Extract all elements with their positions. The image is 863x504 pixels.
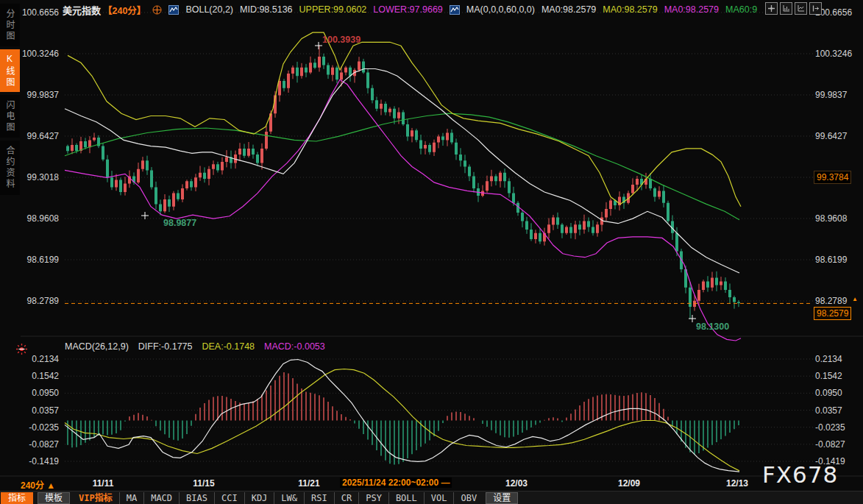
chart-tool-buttons	[765, 2, 822, 15]
pan-tool-icon[interactable]	[765, 2, 778, 15]
toolbar-psy-button[interactable]: PSY	[358, 492, 388, 504]
upper-band-price-badge: 99.3784	[814, 171, 851, 184]
boll-mid-value: MID:98.5136	[240, 4, 293, 15]
macd-dea-value: DEA:-0.1748	[202, 341, 255, 352]
trading-app-window: 100.393998.987798.1300 分时图 K线图 闪电图 合约资料 …	[0, 0, 863, 504]
macd-header: MACD(26,12,9) DIFF:-0.1775 DEA:-0.1748 M…	[65, 341, 325, 352]
bottom-toolbar: 指标 模板 VIP指标 MA MACD BIAS CCI KDJ LW& RSI…	[0, 491, 863, 504]
low-price-annotation: 98.1300	[696, 322, 729, 332]
toolbar-settings-button[interactable]: 设置	[486, 492, 518, 504]
date-tick: 12/03	[505, 478, 528, 489]
crosshair-time-label: 2025/11/24 22:00~02:00 —	[340, 478, 452, 488]
scale-x-axis-icon[interactable]	[795, 2, 807, 15]
symbol-title: 美元指数	[63, 3, 101, 17]
toolbar-bias-button[interactable]: BIAS	[179, 492, 214, 504]
ma0-value-2: MA0:98.2579	[603, 4, 657, 15]
ma60-value: MA60:9	[725, 4, 757, 15]
collapse-icon[interactable]	[152, 5, 162, 15]
high-price-annotation: 100.3939	[322, 35, 361, 45]
toolbar-indicators-button[interactable]: 指标	[1, 492, 33, 504]
date-tick: 11/11	[93, 478, 114, 489]
time-axis: 240分 ▲ 11/11 11/15 11/21 12/03 12/09 12/…	[0, 477, 863, 491]
ma-chart-icon	[450, 5, 460, 15]
price-up-arrow-icon: ▲	[852, 296, 858, 302]
period-selector[interactable]: 240分 ▲	[21, 478, 55, 491]
step-forward-icon[interactable]	[809, 2, 822, 15]
period-label: 【240分】	[103, 3, 146, 17]
scale-y-axis-icon[interactable]	[780, 2, 792, 15]
toolbar-template-button[interactable]: 模板	[38, 492, 70, 504]
toolbar-cci-button[interactable]: CCI	[214, 492, 244, 504]
toolbar-boll-button[interactable]: BOLL	[388, 492, 424, 504]
boll-params: BOLL(20,2)	[185, 4, 233, 15]
date-tick: 12/13	[726, 478, 748, 489]
last-price-badge: 98.2579	[814, 307, 851, 320]
boll-upper-value: UPPER:99.0602	[299, 4, 367, 15]
macd-macd-value: MACD:-0.0053	[264, 341, 325, 352]
toolbar-vip-indicators-button[interactable]: VIP指标	[72, 492, 119, 504]
chart-canvas[interactable]: 100.393998.987798.1300	[0, 0, 863, 504]
date-tick: 11/21	[298, 478, 319, 489]
toolbar-kdj-button[interactable]: KDJ	[244, 492, 274, 504]
boll-chart-icon	[168, 5, 179, 15]
ma0-value-1: MA0:98.2579	[541, 4, 596, 15]
date-tick: 12/09	[618, 478, 640, 489]
toolbar-lwr-button[interactable]: LW&	[274, 492, 304, 504]
alert-pulse-icon[interactable]	[15, 343, 28, 358]
toolbar-obv-button[interactable]: OBV	[453, 492, 483, 504]
toolbar-rsi-button[interactable]: RSI	[304, 492, 334, 504]
macd-params: MACD(26,12,9)	[65, 341, 129, 352]
toolbar-macd-button[interactable]: MACD	[143, 492, 179, 504]
low-price-annotation: 98.9877	[163, 218, 196, 228]
ma0-value-3: MA0:98.2579	[664, 4, 719, 15]
toolbar-ma-button[interactable]: MA	[119, 492, 143, 504]
indicator-header: 美元指数 【240分】 BOLL(20,2) MID:98.5136 UPPER…	[63, 3, 757, 16]
boll-lower-value: LOWER:97.9669	[373, 4, 443, 15]
toolbar-vol-button[interactable]: VOL	[424, 492, 454, 504]
date-tick: 11/15	[193, 478, 214, 489]
macd-diff-value: DIFF:-0.1775	[138, 341, 193, 352]
ma-params: MA(0,0,0,60,0,0)	[466, 4, 535, 15]
toolbar-cr-button[interactable]: CR	[334, 492, 358, 504]
